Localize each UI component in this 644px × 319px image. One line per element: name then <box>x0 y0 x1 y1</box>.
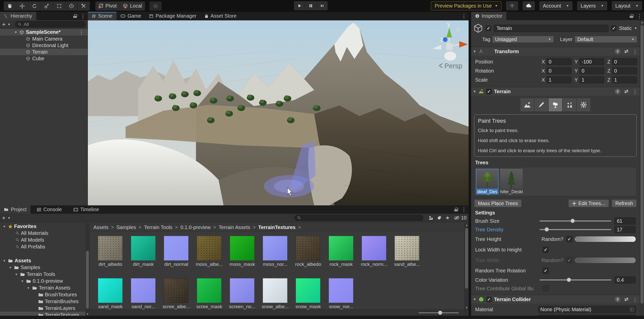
create-neighbor-terrain-tool[interactable] <box>520 98 534 111</box>
folder-item-0-1-0-preview[interactable]: ▼0.1.0-preview <box>0 278 89 284</box>
pivot-toggle-button[interactable]: Pivot <box>95 2 120 11</box>
tab-scene[interactable]: Scene <box>88 12 117 20</box>
foldout-caret-icon[interactable]: ▼ <box>473 90 476 93</box>
terrain-component-header[interactable]: ▼ ✓ Terrain ? ⋮ <box>471 87 640 96</box>
folder-item-terrain-assets[interactable]: ▼Terrain Assets <box>0 284 89 291</box>
tree-width-range-slider[interactable] <box>575 258 636 263</box>
color-variation-slider[interactable] <box>540 279 611 280</box>
breadcrumb-item-terraintextures[interactable]: TerrainTextures <box>258 225 295 230</box>
static-checkbox[interactable]: ✓ <box>611 25 617 31</box>
grid-snap-button[interactable] <box>149 2 162 11</box>
foldout-caret-icon[interactable]: ▼ <box>20 279 25 283</box>
create-asset-button[interactable]: + <box>2 215 6 221</box>
account-dropdown[interactable]: Account▼ <box>539 1 573 10</box>
tab-package-manager[interactable]: Package Manager <box>145 12 200 20</box>
collider-enabled-checkbox[interactable]: ✓ <box>486 297 492 302</box>
tab-asset-store[interactable]: Asset Store <box>201 12 241 20</box>
foldout-caret-icon[interactable]: ▼ <box>473 298 476 301</box>
kebab-menu-icon[interactable]: ⋮ <box>80 13 86 19</box>
asset-tile-rock-mask[interactable]: rock_mask <box>329 236 353 267</box>
asset-tile-scree-albe[interactable]: scree_albe... <box>164 278 188 309</box>
material-object-field[interactable]: None (Physic Material) <box>538 306 636 313</box>
asset-tile-moss-mask[interactable]: moss_mask <box>230 236 254 267</box>
foldout-caret-icon[interactable]: ▼ <box>2 225 7 228</box>
foldout-caret-icon[interactable]: ▼ <box>2 259 7 263</box>
inspector-scrollbar[interactable]: ▲ ▼ <box>640 20 644 319</box>
layout-dropdown[interactable]: Layout▼ <box>612 1 642 10</box>
hierarchy-item-cube[interactable]: Cube <box>0 55 88 62</box>
tag-icon[interactable] <box>437 216 441 220</box>
help-icon[interactable]: ? <box>615 297 620 302</box>
asset-tile-scree-mask[interactable]: scree_mask <box>197 278 221 309</box>
scroll-down-icon[interactable]: ▼ <box>465 306 469 309</box>
lock-width-checkbox[interactable]: ✓ <box>543 247 549 253</box>
foldout-caret-icon[interactable]: ▼ <box>26 286 31 290</box>
scroll-up-icon[interactable]: ▲ <box>465 224 469 227</box>
terrain-settings-tool[interactable] <box>577 98 590 111</box>
create-button[interactable]: + <box>2 21 6 27</box>
tab-hierarchy[interactable]: Hierarchy <box>0 12 36 20</box>
scrollbar-thumb[interactable] <box>465 228 468 289</box>
layer-dropdown[interactable]: Default▼ <box>575 36 637 43</box>
asset-tile-moss-albe[interactable]: moss_albe... <box>197 236 221 267</box>
asset-tile-rock-albedo[interactable]: rock_albedo <box>296 236 320 267</box>
preview-packages-button[interactable]: Preview Packages in Use ▼ <box>431 1 502 10</box>
scale-tool-button[interactable] <box>41 2 53 11</box>
asset-tile-sand-albe[interactable]: sand_albe... <box>395 236 419 267</box>
kebab-menu-icon[interactable]: ⋮ <box>632 49 638 54</box>
component-enabled-checkbox[interactable]: ✓ <box>486 89 492 94</box>
tree-gi-checkbox[interactable]: ✓ <box>543 285 549 292</box>
folder-item-terrainlayers[interactable]: TerrainLayers <box>0 305 89 312</box>
folder-item-terrain-tools[interactable]: ▼Terrain Tools <box>0 271 89 278</box>
hierarchy-item-directional-light[interactable]: Directional Light <box>0 42 88 49</box>
favorites-item-all-prefabs[interactable]: All Prefabs <box>0 243 89 250</box>
paint-terrain-tool[interactable] <box>535 98 548 111</box>
kebab-menu-icon[interactable]: ⋮ <box>637 13 642 19</box>
folder-item-samples[interactable]: ▼Samples <box>0 264 89 271</box>
object-name-field[interactable]: Terrain <box>494 25 609 32</box>
favorites-filter-icon[interactable]: ★ <box>445 215 450 221</box>
asset-tile-dirt-albedo[interactable]: dirt_albedo <box>98 236 123 267</box>
color-variation-field[interactable]: 0.4 <box>614 276 636 283</box>
create-dropdown-icon[interactable]: ▼ <box>8 23 11 26</box>
tree-width-random-checkbox[interactable]: ✓ <box>566 257 572 263</box>
paint-trees-tool[interactable] <box>549 98 562 111</box>
edit-trees-button[interactable]: Edit Trees... <box>568 199 609 207</box>
tab-inspector[interactable]: Inspector <box>471 12 506 20</box>
folder-item-brushtextures[interactable]: BrushTextures <box>0 291 89 298</box>
kebab-menu-icon[interactable]: ⋮ <box>461 13 467 19</box>
breadcrumb-item-terrain-tools[interactable]: Terrain Tools <box>144 225 172 230</box>
kebab-menu-icon[interactable]: ⋮ <box>632 89 638 94</box>
mass-place-trees-button[interactable]: Mass Place Trees <box>474 199 522 207</box>
rect-tool-button[interactable] <box>53 2 65 11</box>
breadcrumb-item-assets[interactable]: Assets <box>93 225 108 230</box>
tab-timeline[interactable]: Timeline <box>69 205 103 214</box>
slider-knob[interactable] <box>438 311 442 315</box>
tree-prefab-broadleaf[interactable]: dleaf_Des <box>476 169 499 195</box>
asset-tile-screen-no[interactable]: screen_no... <box>230 278 254 309</box>
tag-dropdown[interactable]: Untagged▼ <box>492 36 554 43</box>
folder-tree-scrollbar[interactable]: ▼ <box>86 223 90 316</box>
favorites-item-all-materials[interactable]: All Materials <box>0 230 89 237</box>
hierarchy-item-terrain[interactable]: Terrain <box>0 49 88 55</box>
kebab-menu-icon[interactable]: ⋮ <box>461 207 467 212</box>
asset-tile-sand-mask[interactable]: sand_mask <box>98 278 123 309</box>
scale-y-field[interactable]: 1 <box>579 76 604 83</box>
asset-tile-snow-nor[interactable]: snow_nor... <box>329 278 353 309</box>
tree-prefab-conifer[interactable]: hifer_Deskt <box>500 169 523 195</box>
move-tool-button[interactable] <box>16 2 28 11</box>
asset-tile-snow-mask[interactable]: snow_mask <box>296 278 320 309</box>
presets-icon[interactable] <box>624 49 629 53</box>
gameobject-cube-icon[interactable] <box>473 23 483 33</box>
tree-height-range-slider[interactable] <box>575 236 636 242</box>
tree-height-random-checkbox[interactable]: ✓ <box>566 236 572 242</box>
create-asset-dropdown-icon[interactable]: ▼ <box>8 216 11 220</box>
object-picker-icon[interactable] <box>630 307 634 312</box>
tree-density-slider[interactable] <box>540 229 611 230</box>
presets-icon[interactable] <box>624 297 629 301</box>
project-search-input[interactable] <box>303 215 421 221</box>
favorites-item-all-models[interactable]: All Models <box>0 237 89 243</box>
layers-dropdown[interactable]: Layers▼ <box>577 1 607 10</box>
services-button[interactable] <box>506 1 518 10</box>
rotation-z-field[interactable]: 0 <box>612 67 637 74</box>
